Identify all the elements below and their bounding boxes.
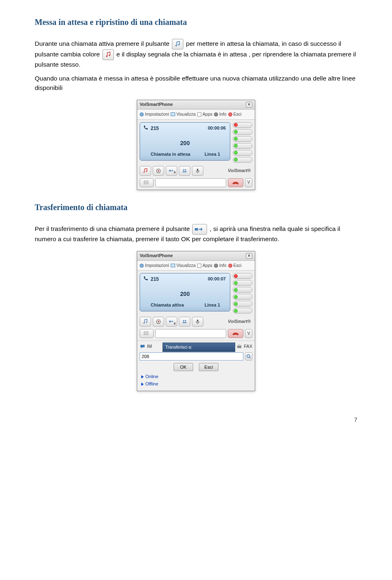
hangup-button[interactable] <box>228 178 243 187</box>
softphone-dial-row: V <box>140 178 252 187</box>
tab-im[interactable]: IM <box>140 343 152 350</box>
menu-info[interactable]: iInfo <box>214 111 227 117</box>
hangup-button[interactable] <box>228 329 243 338</box>
svg-rect-38 <box>147 334 149 335</box>
line-1[interactable] <box>233 273 252 279</box>
hold-button[interactable] <box>140 317 151 327</box>
softphone-lower-panel: IM FAX Transferisci a: OK Esci Online O <box>137 340 255 391</box>
mute-button[interactable] <box>192 166 203 176</box>
menu-apps[interactable]: Apps <box>197 111 212 117</box>
apps-icon <box>197 112 201 116</box>
transfer-icon-inline <box>192 224 207 235</box>
monitor-icon <box>171 112 175 116</box>
dropdown-button[interactable]: V <box>245 329 252 338</box>
line-6[interactable] <box>233 308 252 314</box>
paragraph-hold-2: Quando una chiamata è messa in attesa è … <box>35 74 357 92</box>
transfer-ok-button[interactable]: OK <box>174 363 193 371</box>
conference-button[interactable] <box>179 166 190 176</box>
apps-icon <box>197 264 201 268</box>
dialpad-toggle[interactable] <box>140 329 154 338</box>
svg-rect-37 <box>145 334 147 335</box>
status-online[interactable]: Online <box>141 374 252 380</box>
svg-rect-21 <box>195 228 198 231</box>
line-dot-green <box>234 288 238 292</box>
svg-rect-32 <box>147 331 149 332</box>
line-1[interactable] <box>233 122 252 128</box>
svg-point-0 <box>176 45 177 46</box>
svg-point-7 <box>158 170 159 172</box>
line-dot-green <box>234 281 238 285</box>
gear-icon <box>140 112 144 116</box>
svg-point-2 <box>106 56 107 57</box>
menu-esci[interactable]: Esci <box>228 111 242 117</box>
transfer-button[interactable]: 3 <box>166 317 177 327</box>
mute-button[interactable] <box>192 317 203 327</box>
svg-point-27 <box>183 320 185 322</box>
brand-label: VoiSmart® <box>228 318 252 325</box>
hold-button[interactable] <box>140 166 151 176</box>
triangle-icon <box>141 375 144 378</box>
triangle-icon <box>141 383 144 386</box>
svg-rect-20 <box>147 183 149 184</box>
line-dot-green <box>234 158 238 161</box>
line-5[interactable] <box>233 301 252 307</box>
svg-rect-16 <box>145 182 147 183</box>
line-2[interactable] <box>233 129 252 135</box>
call-timer: 00:00:06 <box>208 125 226 132</box>
line-5[interactable] <box>233 150 252 156</box>
svg-rect-13 <box>145 180 147 181</box>
transfer-cancel-button[interactable]: Esci <box>199 363 218 371</box>
line-6[interactable] <box>233 157 252 163</box>
line-label: Linea 1 <box>205 302 220 309</box>
softphone-menu: Impostazioni Visualizza Apps iInfo Esci <box>137 110 255 119</box>
svg-point-28 <box>185 320 187 322</box>
transfer-button[interactable]: 3 <box>166 166 177 176</box>
info-icon: i <box>214 112 218 116</box>
close-button[interactable]: × <box>246 102 252 107</box>
line-2[interactable] <box>233 280 252 286</box>
line-4[interactable] <box>233 143 252 149</box>
svg-point-9 <box>183 169 185 170</box>
monitor-icon <box>171 264 175 267</box>
svg-point-22 <box>143 322 145 324</box>
line-dot-green <box>234 130 238 134</box>
record-button[interactable] <box>153 317 164 327</box>
menu-impostazioni[interactable]: Impostazioni <box>140 111 169 117</box>
dial-input[interactable] <box>155 178 226 187</box>
line-dot-green <box>234 151 238 155</box>
hold-music-icon-active <box>102 49 114 60</box>
menu-visualizza[interactable]: Visualizza <box>171 262 196 269</box>
status-offline[interactable]: Offline <box>141 381 252 387</box>
svg-rect-29 <box>197 320 198 322</box>
transfer-lookup-button[interactable] <box>245 352 252 361</box>
transfer-button-row: OK Esci <box>140 363 252 371</box>
svg-point-25 <box>158 321 159 322</box>
softphone-action-row: 3 VoiSmart® <box>140 166 252 176</box>
phone-icon <box>143 125 149 130</box>
section-heading-transfer: Trasferimento di chiamata <box>35 202 357 213</box>
svg-rect-14 <box>147 180 149 181</box>
presence-status: Online Offline <box>140 374 252 387</box>
menu-impostazioni[interactable]: Impostazioni <box>140 262 169 269</box>
dialpad-toggle[interactable] <box>140 178 154 187</box>
dropdown-button[interactable]: V <box>245 178 252 187</box>
dial-input[interactable] <box>155 329 226 338</box>
conference-button[interactable] <box>179 317 190 327</box>
line-dot-green <box>234 144 238 148</box>
svg-rect-17 <box>147 182 149 183</box>
gear-icon <box>140 264 144 268</box>
menu-esci[interactable]: Esci <box>228 262 242 269</box>
menu-info[interactable]: iInfo <box>214 262 227 269</box>
close-button[interactable]: × <box>246 253 252 259</box>
menu-apps[interactable]: Apps <box>197 262 212 269</box>
line-3[interactable] <box>233 287 252 293</box>
svg-point-4 <box>143 172 145 173</box>
svg-rect-12 <box>144 180 145 181</box>
softphone-display: 215 00:00:06 200 Chiamata in attesa Line… <box>140 122 230 161</box>
line-dot-red <box>234 123 238 127</box>
menu-visualizza[interactable]: Visualizza <box>171 111 196 117</box>
record-button[interactable] <box>153 166 164 176</box>
line-3[interactable] <box>233 136 252 142</box>
tab-fax[interactable]: FAX <box>236 343 252 350</box>
line-4[interactable] <box>233 294 252 300</box>
